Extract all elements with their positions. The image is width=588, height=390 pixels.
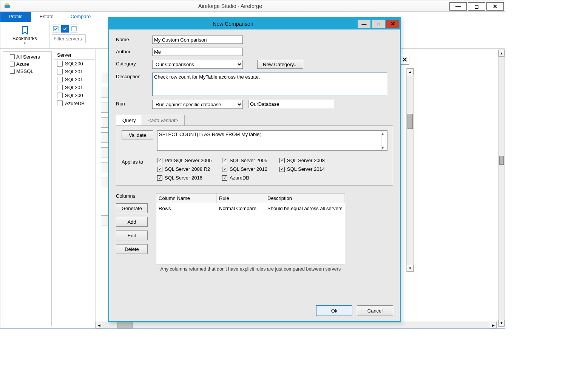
main-maximize-button[interactable]: ◻ xyxy=(468,2,485,11)
run-mode-select[interactable]: Run against specific database xyxy=(152,100,243,109)
tab-query[interactable]: Query xyxy=(116,115,142,125)
query-tab-pane: Validate SELECT COUNT(1) AS Rows FROM My… xyxy=(116,125,393,186)
checkbox-icon[interactable] xyxy=(57,93,63,98)
scroll-thumb[interactable] xyxy=(117,322,133,328)
tab-estate[interactable]: Estate xyxy=(31,12,62,22)
query-scrollbar[interactable]: ▴▾ xyxy=(381,131,387,150)
main-titlebar: Aireforge Studio - Aireforge — ◻ ✕ xyxy=(0,0,505,12)
category-select[interactable]: Our Comparisons xyxy=(152,60,243,69)
ok-button[interactable]: Ok xyxy=(316,305,352,316)
scroll-up-icon[interactable]: ▲ xyxy=(407,68,414,75)
checkbox-icon[interactable]: ✓ xyxy=(279,158,285,163)
checkbox-icon[interactable] xyxy=(10,69,15,74)
main-close-button[interactable]: ✕ xyxy=(486,2,504,11)
tab-add-variant[interactable]: <add variant> xyxy=(142,115,185,125)
applies-option[interactable]: ✓SQL Server 2005 xyxy=(222,158,279,163)
main-minimize-button[interactable]: — xyxy=(449,2,467,11)
checkbox-icon[interactable]: ✓ xyxy=(222,175,227,181)
checkbox-icon[interactable]: ✓ xyxy=(157,158,162,163)
svg-rect-0 xyxy=(5,5,10,8)
dialog-title: New Comparison xyxy=(109,21,357,27)
server-list: Server SQL200 SQL201 SQL201 SQL201 SQL20… xyxy=(54,49,96,328)
panel-scrollbar[interactable]: ▲ ▼ xyxy=(406,68,414,272)
list-item[interactable]: SQL200 xyxy=(54,60,95,68)
vertical-scrollbar[interactable]: ▲ ▼ xyxy=(498,50,505,327)
checkbox-icon[interactable] xyxy=(10,54,15,59)
run-database-input[interactable] xyxy=(248,100,335,108)
generate-button[interactable]: Generate xyxy=(116,203,148,213)
dialog-close-button[interactable]: ✕ xyxy=(386,20,399,28)
checkbox-icon[interactable] xyxy=(57,77,63,82)
dialog-maximize-button[interactable]: ◻ xyxy=(372,20,385,28)
applies-option[interactable]: ✓SQL Server 2008 xyxy=(279,158,336,163)
cancel-button[interactable]: Cancel xyxy=(357,305,393,316)
table-row[interactable]: Rows Normal Compare Should be equal acro… xyxy=(156,203,345,214)
scroll-left-icon[interactable]: ◀ xyxy=(96,322,102,328)
dialog-titlebar: New Comparison — ◻ ✕ xyxy=(109,18,400,29)
horizontal-scrollbar[interactable]: ◀ ▶ xyxy=(96,322,497,328)
applies-option[interactable]: ✓Pre-SQL Server 2005 xyxy=(157,158,221,163)
bookmark-icon xyxy=(21,26,29,35)
name-input[interactable] xyxy=(152,36,243,44)
columns-label: Columns xyxy=(116,193,151,200)
run-label: Run xyxy=(116,100,151,107)
scroll-right-icon[interactable]: ▶ xyxy=(490,322,497,328)
check-all-icon[interactable] xyxy=(52,25,60,33)
checkbox-icon[interactable]: ✓ xyxy=(157,175,162,181)
scroll-thumb[interactable] xyxy=(407,114,413,129)
dialog-minimize-button[interactable]: — xyxy=(358,20,370,28)
tree-item[interactable]: Azure xyxy=(3,60,51,68)
tree-item[interactable]: All Servers xyxy=(3,53,51,60)
checkbox-icon[interactable]: ✓ xyxy=(222,158,227,163)
add-button[interactable]: Add xyxy=(116,217,148,227)
toggle-icon[interactable] xyxy=(61,25,69,33)
checkbox-icon[interactable] xyxy=(10,62,15,67)
applies-option[interactable]: ✓SQL Server 2014 xyxy=(279,166,336,172)
delete-button[interactable]: Delete xyxy=(116,244,148,254)
filter-servers-input[interactable] xyxy=(52,34,86,43)
uncheck-all-icon[interactable] xyxy=(70,25,78,33)
scroll-thumb[interactable] xyxy=(499,156,504,165)
checkbox-icon[interactable] xyxy=(57,85,63,90)
tab-profile[interactable]: Profile xyxy=(0,12,31,22)
edit-button[interactable]: Edit xyxy=(116,231,148,240)
author-label: Author xyxy=(116,48,151,54)
checkbox-icon[interactable] xyxy=(57,101,63,106)
applies-option[interactable]: ✓SQL Server 2012 xyxy=(222,166,279,172)
tab-compare[interactable]: Compare xyxy=(62,12,99,22)
scroll-down-icon[interactable]: ▼ xyxy=(498,320,505,327)
description-input[interactable]: Check row count for MyTable accross the … xyxy=(152,73,387,96)
applies-option[interactable]: ✓AzureDB xyxy=(222,175,279,181)
bookmarks-button[interactable]: Bookmarks ▾ xyxy=(0,22,49,48)
checkbox-icon[interactable]: ✓ xyxy=(222,167,227,172)
checkbox-icon[interactable] xyxy=(57,61,63,67)
svg-rect-3 xyxy=(72,26,76,31)
server-groups-tree: All Servers Azure MSSQL xyxy=(3,51,52,326)
chevron-down-icon: ▾ xyxy=(24,41,26,45)
new-category-button[interactable]: New Category... xyxy=(257,60,303,69)
checkbox-icon[interactable]: ✓ xyxy=(157,167,162,172)
applies-option[interactable]: ✓SQL Server 2008 R2 xyxy=(157,166,221,172)
checkbox-icon[interactable]: ✓ xyxy=(279,167,285,172)
applies-option[interactable]: ✓SQL Server 2016 xyxy=(157,175,221,181)
author-input[interactable] xyxy=(152,48,243,56)
tree-item[interactable]: MSSQL xyxy=(3,68,51,75)
list-item[interactable]: SQL201 xyxy=(54,84,95,91)
list-item[interactable]: SQL200 xyxy=(54,91,95,99)
column-header-name[interactable]: Column Name xyxy=(156,193,217,203)
columns-hint: Any columns returned that don't have exp… xyxy=(156,266,345,272)
checkbox-icon[interactable] xyxy=(57,69,63,74)
server-list-header: Server xyxy=(54,51,95,60)
scroll-up-icon[interactable]: ▲ xyxy=(498,50,505,57)
list-item[interactable]: AzureDB xyxy=(54,99,95,107)
list-item[interactable]: SQL201 xyxy=(54,68,95,76)
category-label: Category xyxy=(116,60,151,67)
query-input[interactable]: SELECT COUNT(1) AS Rows FROM MyTable; ▴▾ xyxy=(157,130,387,151)
validate-button[interactable]: Validate xyxy=(122,130,153,139)
list-item[interactable]: SQL201 xyxy=(54,76,95,84)
name-label: Name xyxy=(116,36,151,42)
app-icon xyxy=(3,2,11,10)
column-header-desc[interactable]: Description xyxy=(265,193,345,203)
column-header-rule[interactable]: Rule xyxy=(217,193,265,203)
scroll-down-icon[interactable]: ▼ xyxy=(407,265,414,272)
